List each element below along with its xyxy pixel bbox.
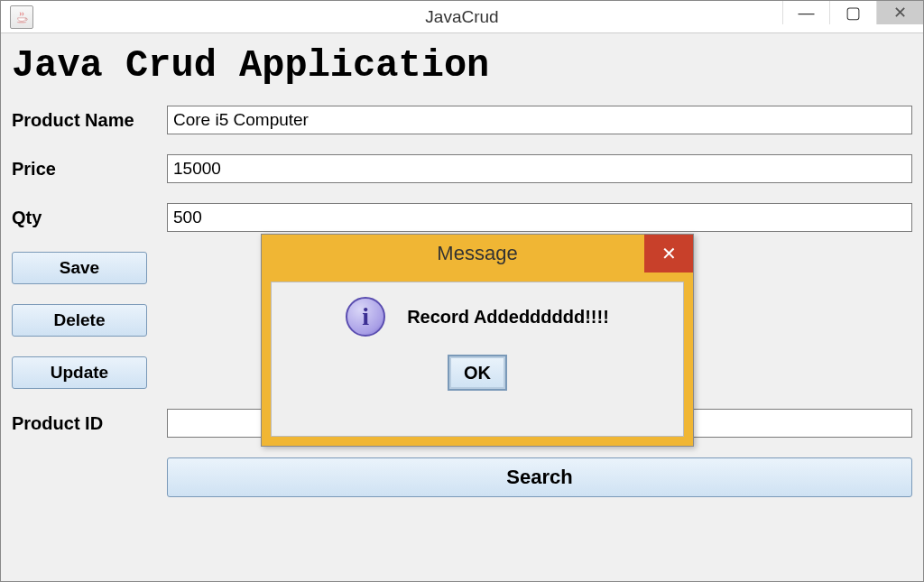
delete-button[interactable]: Delete: [12, 304, 147, 337]
product-name-input[interactable]: [167, 106, 912, 134]
search-button[interactable]: Search: [167, 457, 912, 497]
qty-label: Qty: [12, 208, 167, 228]
qty-row: Qty: [12, 203, 912, 232]
java-icon: [10, 5, 33, 29]
titlebar[interactable]: JavaCrud — ▢ ✕: [1, 1, 923, 33]
dialog-titlebar[interactable]: Message ✕: [262, 235, 693, 273]
window-title: JavaCrud: [425, 7, 498, 27]
price-input[interactable]: [167, 154, 912, 183]
message-dialog: Message ✕ i Record Addedddddd!!!! OK: [261, 234, 694, 447]
update-button[interactable]: Update: [12, 356, 147, 389]
app-title: Java Crud Application: [12, 44, 912, 88]
svg-point-0: [17, 21, 27, 23]
window-maximize-button[interactable]: ▢: [829, 1, 876, 24]
dialog-inner: i Record Addedddddd!!!! OK: [271, 282, 684, 437]
dialog-title: Message: [437, 242, 517, 265]
dialog-content-row: i Record Addedddddd!!!!: [346, 297, 609, 337]
product-name-row: Product Name: [12, 106, 912, 134]
dialog-ok-button[interactable]: OK: [448, 355, 507, 391]
main-window: JavaCrud — ▢ ✕ Java Crud Application Pro…: [0, 0, 924, 582]
qty-input[interactable]: [167, 203, 912, 232]
price-row: Price: [12, 154, 912, 183]
product-id-label: Product ID: [12, 413, 167, 434]
dialog-message: Record Addedddddd!!!!: [407, 307, 609, 328]
info-icon: i: [346, 297, 385, 337]
dialog-body: i Record Addedddddd!!!! OK: [262, 273, 693, 446]
product-name-label: Product Name: [12, 110, 167, 131]
price-label: Price: [12, 159, 167, 180]
window-close-button[interactable]: ✕: [876, 1, 923, 24]
window-controls: — ▢ ✕: [782, 1, 923, 32]
dialog-close-button[interactable]: ✕: [644, 235, 693, 273]
save-button[interactable]: Save: [12, 252, 147, 284]
window-minimize-button[interactable]: —: [782, 1, 829, 24]
